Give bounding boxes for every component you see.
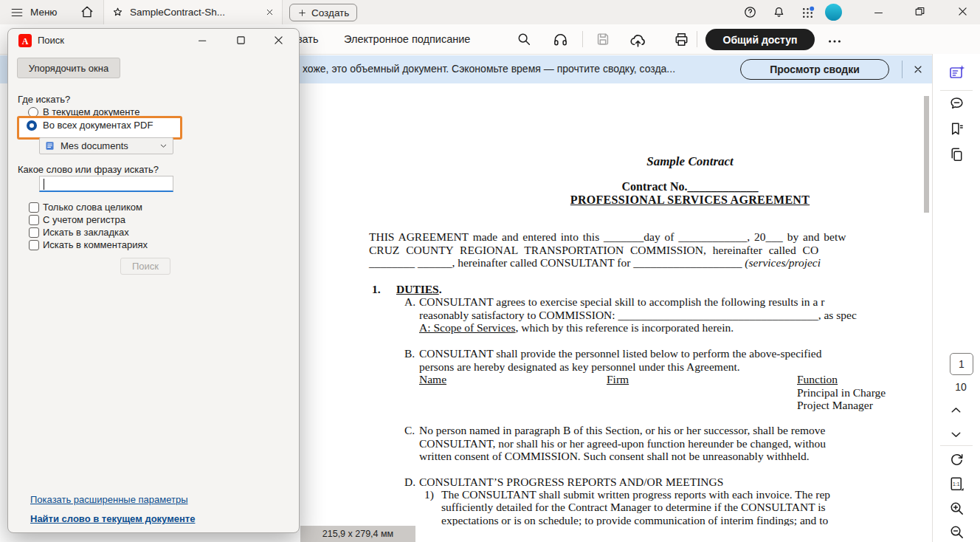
create-button[interactable]: Создать (289, 4, 357, 21)
ai-assistant-icon (948, 64, 966, 81)
doc-item-label: D. (404, 476, 415, 489)
dialog-maximize-button[interactable] (235, 34, 247, 47)
home-icon (80, 4, 94, 19)
chevron-down-icon (948, 427, 964, 442)
home-button[interactable] (80, 4, 94, 19)
location-value: Mes documents (61, 140, 128, 151)
find-in-current-document-link[interactable]: Найти слово в текущем документе (30, 513, 195, 524)
doc-section-title: DUTIES. (396, 283, 442, 296)
chevron-down-icon (159, 141, 168, 151)
save-button (595, 31, 611, 47)
toolbar-divider (697, 31, 697, 47)
ai-assistant-button[interactable] (948, 64, 966, 81)
apps-grid-icon (800, 5, 815, 21)
total-pages-label: 10 (950, 381, 972, 393)
search-query-input[interactable] (39, 176, 173, 192)
dismiss-notification-button[interactable] (912, 64, 924, 75)
vertical-scrollbar[interactable] (924, 96, 929, 213)
comment-icon (948, 95, 965, 112)
arrange-windows-button[interactable]: Упорядочить окна (17, 58, 120, 78)
share-button[interactable]: Общий доступ (705, 29, 815, 50)
doc-line: CONSULTANT, nor shall his or her agreed-… (419, 437, 826, 450)
doc-table-cell: Project Manager (797, 399, 873, 412)
restore-button[interactable] (914, 5, 926, 18)
edit-menu-label-partial[interactable]: вать (297, 33, 318, 45)
view-summary-button[interactable]: Просмотр сводки (740, 59, 889, 80)
search-location-dropdown[interactable]: Mes documents (39, 137, 173, 154)
close-icon (272, 34, 285, 47)
dialog-title: Поиск (38, 35, 64, 46)
radio-all-pdf-documents[interactable] (27, 120, 37, 131)
read-aloud-button[interactable] (552, 31, 569, 48)
doc-line: written consent of COMMISSION. Such cons… (419, 450, 810, 463)
printer-icon (673, 31, 690, 48)
current-page-input[interactable]: 1 (950, 353, 973, 375)
doc-table-header: Name (419, 373, 446, 386)
radio-all-pdf-documents-label[interactable]: Во всех документах PDF (43, 120, 153, 131)
search-button[interactable] (516, 31, 532, 47)
doc-contract-no: Contract No.____________ (369, 180, 927, 193)
acrobat-logo-icon: A (18, 34, 32, 47)
search-dialog: A Поиск Упорядочить окна Где искать? В т… (7, 28, 300, 533)
checkbox-case-sensitive-label[interactable]: С учетом регистра (43, 214, 125, 225)
document-tab[interactable]: SampleContract-Sh... (103, 0, 283, 24)
zoom-in-button[interactable] (948, 500, 965, 517)
next-page-button[interactable] (948, 427, 964, 442)
dialog-close-button[interactable] (272, 34, 285, 47)
checkbox-search-bookmarks[interactable] (29, 227, 39, 238)
maximize-icon (235, 34, 247, 47)
checkbox-case-sensitive[interactable] (29, 215, 39, 225)
chevron-up-icon (948, 402, 964, 418)
doc-line: No person named in paragraph B of this S… (419, 424, 825, 437)
show-advanced-options-link[interactable]: Показать расширенные параметры (30, 494, 188, 505)
star-icon[interactable] (111, 6, 124, 18)
checkbox-whole-words-label[interactable]: Только слова целиком (43, 202, 142, 213)
previous-page-button[interactable] (948, 402, 964, 418)
minimize-button[interactable] (872, 7, 885, 19)
create-label: Создать (311, 7, 349, 18)
doc-line: The CONSULTANT shall submit written prog… (441, 488, 830, 501)
svg-text:1:1: 1:1 (953, 481, 960, 487)
checkbox-search-comments[interactable] (29, 240, 39, 250)
print-button[interactable] (673, 31, 690, 48)
zoom-out-button[interactable] (948, 524, 965, 541)
doc-item-label: B. (404, 347, 415, 360)
pages-button[interactable] (948, 146, 965, 163)
bookmarks-button[interactable] (948, 120, 965, 137)
panel-divider (940, 445, 973, 446)
text-caret (44, 179, 44, 190)
checkbox-search-bookmarks-label[interactable]: Искать в закладках (43, 227, 129, 238)
doc-section-number: 1. (372, 283, 381, 296)
checkbox-whole-words[interactable] (29, 202, 39, 213)
more-tools-button[interactable] (827, 33, 843, 49)
menu-button[interactable]: Меню (10, 0, 58, 24)
doc-item-label: A. (404, 295, 415, 309)
close-window-button[interactable] (956, 5, 969, 18)
help-icon (743, 5, 757, 19)
notifications-button[interactable] (772, 5, 786, 19)
upload-cloud-button[interactable] (629, 31, 647, 49)
tab-close-icon[interactable] (265, 7, 275, 17)
query-label: Какое слово или фразу искать? (18, 164, 159, 175)
comments-button[interactable] (948, 95, 965, 112)
doc-table-header: Function (797, 373, 838, 386)
search-icon (516, 31, 532, 47)
apps-grid-button[interactable] (800, 5, 815, 21)
doc-item-label: C. (404, 424, 415, 437)
notification-divider (902, 61, 903, 78)
checkbox-search-comments-label[interactable]: Искать в комментариях (43, 239, 148, 250)
acrobat-window: Меню SampleContract-Sh... Создать (0, 0, 980, 542)
page-scale-button[interactable]: 1:1 (948, 476, 965, 493)
notification-message: хоже, это объемный документ. Сэкономьте … (303, 63, 675, 75)
esign-menu-label[interactable]: Электронное подписание (344, 33, 470, 45)
account-avatar[interactable] (825, 4, 842, 21)
close-icon (912, 64, 924, 75)
rotate-page-button[interactable] (948, 451, 965, 468)
doc-title: Sample Contract (369, 154, 927, 169)
doc-line: CONSULTANT shall provide the personnel l… (419, 347, 821, 360)
doc-table-cell: Principal in Charge (797, 386, 886, 399)
dialog-minimize-button[interactable] (196, 34, 209, 47)
search-submit-button: Поиск (120, 258, 170, 275)
hamburger-icon (10, 6, 24, 19)
help-button[interactable] (743, 5, 757, 19)
